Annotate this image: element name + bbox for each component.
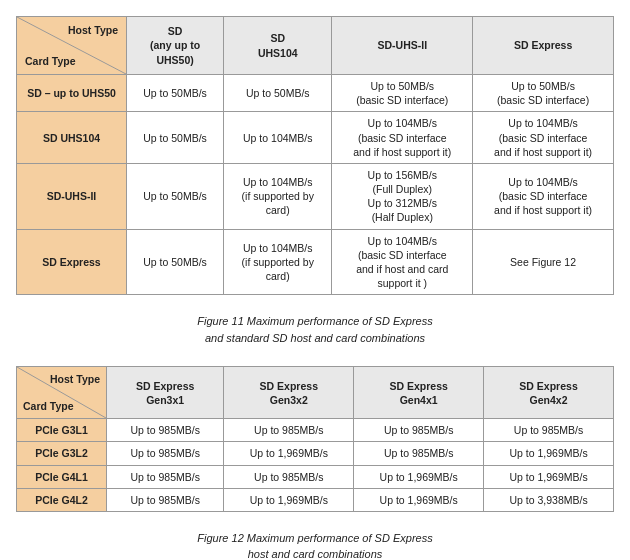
corner2-card-label: Card Type <box>23 399 74 413</box>
table1-cell-1-2: Up to 104MB/s(basic SD interfaceand if h… <box>332 112 473 164</box>
table1-row-label-2: SD-UHS-II <box>17 163 127 229</box>
corner1-card-label: Card Type <box>25 54 76 68</box>
table1-cell-0-2: Up to 50MB/s(basic SD interface) <box>332 75 473 112</box>
table1-cell-0-0: Up to 50MB/s <box>127 75 224 112</box>
table2-cell-1-2: Up to 985MB/s <box>354 442 484 465</box>
table1-row-label-3: SD Express <box>17 229 127 295</box>
table2-cell-2-3: Up to 1,969MB/s <box>484 465 614 488</box>
figure12-line1: Figure 12 Maximum performance of SD Expr… <box>197 532 432 544</box>
table2-row-label-0: PCIe G3L1 <box>17 419 107 442</box>
table1-cell-2-3: Up to 104MB/s(basic SD interfaceand if h… <box>473 163 614 229</box>
table1-header-0: SD(any up toUHS50) <box>127 17 224 75</box>
table2-row-label-2: PCIe G4L1 <box>17 465 107 488</box>
table1-header-3: SD Express <box>473 17 614 75</box>
table1-cell-1-0: Up to 50MB/s <box>127 112 224 164</box>
figure11-line2: and standard SD host and card combinatio… <box>205 332 425 344</box>
table2-cell-1-3: Up to 1,969MB/s <box>484 442 614 465</box>
table2-row-label-1: PCIe G3L2 <box>17 442 107 465</box>
table1-cell-3-3: See Figure 12 <box>473 229 614 295</box>
table1-cell-0-1: Up to 50MB/s <box>224 75 332 112</box>
table1: Host Type Card Type SD(any up toUHS50)SD… <box>16 16 614 295</box>
table1-cell-3-1: Up to 104MB/s(if supported bycard) <box>224 229 332 295</box>
corner1-host-label: Host Type <box>68 23 118 37</box>
figure11-line1: Figure 11 Maximum performance of SD Expr… <box>197 315 432 327</box>
table1-cell-3-0: Up to 50MB/s <box>127 229 224 295</box>
table2-cell-2-0: Up to 985MB/s <box>107 465 224 488</box>
table1-row-label-0: SD – up to UHS50 <box>17 75 127 112</box>
table2-cell-3-2: Up to 1,969MB/s <box>354 488 484 511</box>
table2-cell-0-3: Up to 985MB/s <box>484 419 614 442</box>
table2-cell-3-3: Up to 3,938MB/s <box>484 488 614 511</box>
corner2-host-label: Host Type <box>50 372 100 386</box>
table1-header-1: SDUHS104 <box>224 17 332 75</box>
table1-cell-2-1: Up to 104MB/s(if supported bycard) <box>224 163 332 229</box>
figure12-caption: Figure 12 Maximum performance of SD Expr… <box>16 530 614 560</box>
table2-cell-0-2: Up to 985MB/s <box>354 419 484 442</box>
table2-cell-3-0: Up to 985MB/s <box>107 488 224 511</box>
table1-header-2: SD-UHS-II <box>332 17 473 75</box>
table1-row-label-1: SD UHS104 <box>17 112 127 164</box>
table2-cell-2-1: Up to 985MB/s <box>224 465 354 488</box>
table2-cell-0-0: Up to 985MB/s <box>107 419 224 442</box>
table2-header-0: SD ExpressGen3x1 <box>107 367 224 419</box>
table2-header-1: SD ExpressGen3x2 <box>224 367 354 419</box>
table2: Host Type Card Type SD ExpressGen3x1SD E… <box>16 366 614 512</box>
table2-header-3: SD ExpressGen4x2 <box>484 367 614 419</box>
table2-cell-1-0: Up to 985MB/s <box>107 442 224 465</box>
table2-wrapper: Host Type Card Type SD ExpressGen3x1SD E… <box>16 366 614 512</box>
table2-header-2: SD ExpressGen4x1 <box>354 367 484 419</box>
table2-row-label-3: PCIe G4L2 <box>17 488 107 511</box>
table2-cell-1-1: Up to 1,969MB/s <box>224 442 354 465</box>
table1-cell-1-3: Up to 104MB/s(basic SD interfaceand if h… <box>473 112 614 164</box>
table2-cell-0-1: Up to 985MB/s <box>224 419 354 442</box>
table1-wrapper: Host Type Card Type SD(any up toUHS50)SD… <box>16 16 614 295</box>
table1-cell-0-3: Up to 50MB/s(basic SD interface) <box>473 75 614 112</box>
table1-cell-2-0: Up to 50MB/s <box>127 163 224 229</box>
figure11-caption: Figure 11 Maximum performance of SD Expr… <box>16 313 614 346</box>
table1-cell-2-2: Up to 156MB/s(Full Duplex)Up to 312MB/s(… <box>332 163 473 229</box>
table2-cell-2-2: Up to 1,969MB/s <box>354 465 484 488</box>
table1-cell-1-1: Up to 104MB/s <box>224 112 332 164</box>
table1-cell-3-2: Up to 104MB/s(basic SD interfaceand if h… <box>332 229 473 295</box>
table2-cell-3-1: Up to 1,969MB/s <box>224 488 354 511</box>
figure12-line2: host and card combinations <box>248 548 383 560</box>
